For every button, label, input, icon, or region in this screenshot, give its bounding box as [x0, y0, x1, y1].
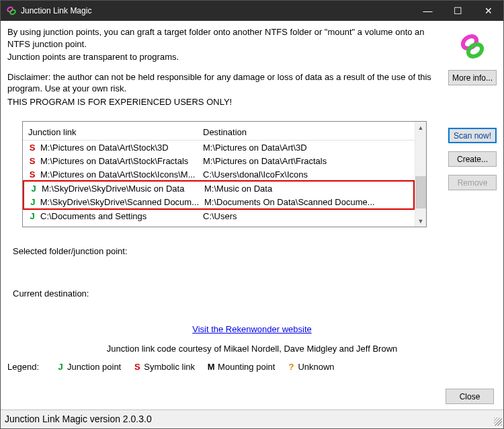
- disclaimer: Disclaimer: the author can not be held r…: [7, 71, 442, 95]
- legend-unknown: ?Unknown: [287, 362, 334, 372]
- remove-button[interactable]: Remove: [448, 175, 497, 190]
- list-row[interactable]: SM:\Pictures on Data\Art\Stock\Icons\M..…: [23, 167, 415, 181]
- selected-label: Selected folder/junction point:: [13, 246, 497, 256]
- list-header: Junction link Destination: [23, 122, 415, 141]
- list-row[interactable]: JM:\SkyDrive\SkyDrive\Music on Data M:\M…: [24, 182, 413, 195]
- current-destination-label: Current destination:: [13, 288, 497, 299]
- minimize-button[interactable]: —: [413, 1, 443, 21]
- title-bar: Junction Link Magic — ☐ ✕: [1, 1, 503, 21]
- warning: THIS PROGRAM IS FOR EXPERIENCED USERS ON…: [7, 96, 442, 108]
- highlighted-rows: JM:\SkyDrive\SkyDrive\Music on Data M:\M…: [23, 180, 415, 210]
- scroll-track[interactable]: [415, 133, 426, 215]
- legend-label: Legend:: [7, 362, 39, 372]
- close-window-button[interactable]: ✕: [473, 1, 503, 21]
- svg-point-1: [9, 9, 16, 15]
- header-destination[interactable]: Destination: [198, 127, 415, 137]
- scroll-thumb[interactable]: [415, 176, 426, 208]
- maximize-button[interactable]: ☐: [443, 1, 473, 21]
- scrollbar[interactable]: ▲ ▼: [415, 122, 426, 227]
- symbolic-link-icon: S: [28, 169, 36, 180]
- link-logo-icon: [456, 30, 489, 65]
- junction-list[interactable]: Junction link Destination SM:\Pictures o…: [22, 121, 427, 227]
- intro-p1: By using junction points, you can graft …: [7, 26, 442, 50]
- svg-point-3: [466, 42, 484, 59]
- symbolic-link-icon: S: [28, 156, 36, 166]
- window-title: Junction Link Magic: [21, 6, 413, 15]
- create-button[interactable]: Create...: [448, 151, 497, 167]
- junction-point-icon: J: [30, 197, 36, 207]
- more-info-button[interactable]: More info...: [448, 70, 497, 85]
- courtesy-text: Junction link code courtesy of Mikael No…: [7, 344, 497, 354]
- intro-p2: Junction points are transparent to progr…: [7, 51, 442, 63]
- list-row[interactable]: SM:\Pictures on Data\Art\Stock\3D M:\Pic…: [23, 141, 415, 154]
- status-text: Junction Link Magic version 2.0.3.0: [5, 414, 152, 424]
- list-row[interactable]: JM:\SkyDrive\SkyDrive\Scanned Docum... M…: [24, 195, 413, 208]
- app-icon: [6, 5, 17, 16]
- legend-junction: JJunction point: [56, 362, 121, 372]
- scroll-up-icon[interactable]: ▲: [415, 122, 426, 133]
- header-junction-link[interactable]: Junction link: [23, 127, 198, 137]
- close-button[interactable]: Close: [446, 389, 494, 404]
- legend-mounting: MMounting point: [207, 362, 275, 372]
- symbolic-link-icon: S: [28, 143, 36, 153]
- status-bar: Junction Link Magic version 2.0.3.0: [1, 410, 503, 427]
- list-row[interactable]: SM:\Pictures on Data\Art\Stock\Fractals …: [23, 154, 415, 167]
- website-link[interactable]: Visit the Rekenwonder website: [7, 324, 497, 334]
- junction-point-icon: J: [28, 211, 36, 221]
- scan-now-button[interactable]: Scan now!: [448, 128, 497, 143]
- intro-text: By using junction points, you can graft …: [7, 26, 442, 109]
- legend-symbolic: SSymbolic link: [133, 362, 195, 372]
- junction-point-icon: J: [30, 184, 38, 194]
- scroll-down-icon[interactable]: ▼: [415, 215, 426, 227]
- list-row[interactable]: JC:\Documents and Settings C:\Users: [23, 209, 415, 223]
